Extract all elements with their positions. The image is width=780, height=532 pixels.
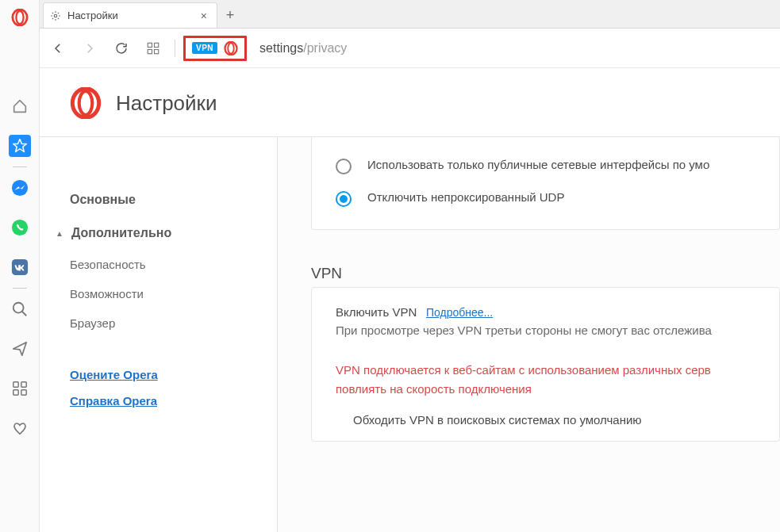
svg-rect-10 [21, 390, 25, 395]
radio-label: Отключить непроксированный UDP [367, 190, 564, 204]
back-button[interactable] [44, 35, 71, 62]
learn-more-link[interactable]: Подробнее... [426, 306, 493, 319]
forward-button[interactable] [76, 35, 103, 62]
radio-row-public[interactable]: Использовать только публичные сетевые ин… [312, 150, 779, 182]
reload-button[interactable] [108, 35, 135, 62]
sidebar-sub-security[interactable]: Безопасность [70, 250, 258, 279]
svg-point-11 [54, 14, 57, 17]
rail-separator [13, 288, 27, 289]
sidebar-sub-browser[interactable]: Браузер [70, 308, 258, 338]
left-rail [0, 0, 40, 532]
radio-label: Использовать только публичные сетевые ин… [367, 158, 709, 171]
search-icon[interactable] [9, 298, 31, 320]
svg-point-17 [228, 43, 234, 54]
vpn-card: Включить VPN Подробнее... При просмотре … [311, 287, 780, 442]
svg-point-0 [12, 10, 26, 25]
opera-logo-icon[interactable] [9, 6, 31, 29]
vpn-warning-line2: повлиять на скорость подключения [336, 380, 755, 399]
chevron-up-icon: ▲ [56, 229, 63, 238]
radio-unchecked-icon[interactable] [336, 159, 352, 174]
heart-icon[interactable] [9, 417, 31, 439]
vpn-description: При просмотре через VPN третьи стороны н… [336, 322, 755, 340]
vk-icon[interactable] [9, 256, 31, 278]
sidebar-link-help[interactable]: Справка Opera [70, 388, 258, 414]
svg-rect-12 [148, 43, 152, 47]
sidebar-item-main[interactable]: Основные [70, 183, 258, 216]
svg-point-19 [79, 91, 93, 115]
sidebar-item-advanced[interactable]: ▲ Дополнительно [56, 216, 258, 250]
svg-rect-9 [13, 390, 17, 395]
vpn-section-title: VPN [311, 254, 780, 287]
address-bar[interactable]: settings/privacy [252, 41, 775, 55]
url-path: /privacy [303, 41, 347, 55]
settings-pane: Использовать только публичные сетевые ин… [278, 136, 780, 532]
tab-title: Настройки [67, 10, 118, 21]
bookmarks-icon[interactable] [9, 135, 31, 157]
whatsapp-icon[interactable] [9, 216, 31, 239]
svg-point-18 [72, 89, 98, 118]
vpn-warning-line1: VPN подключается к веб-сайтам с использо… [336, 361, 755, 380]
tab-settings[interactable]: Настройки × [43, 2, 217, 28]
svg-rect-13 [155, 43, 159, 47]
gear-icon [50, 10, 61, 21]
webrtc-card: Использовать только публичные сетевые ин… [311, 136, 780, 230]
speed-dial-icon[interactable] [140, 35, 167, 62]
url-host: settings [259, 41, 303, 55]
tab-strip: Настройки × + [40, 0, 780, 29]
toolbar: VPN settings/privacy [40, 29, 780, 68]
tab-close-icon[interactable]: × [198, 10, 210, 22]
opera-page-icon [70, 87, 102, 119]
radio-checked-icon[interactable] [336, 191, 352, 207]
sidebar-item-advanced-label: Дополнительно [71, 226, 171, 240]
send-icon[interactable] [9, 338, 31, 360]
settings-sidebar: Основные ▲ Дополнительно Безопасность Во… [40, 136, 278, 532]
bypass-label: Обходить VPN в поисковых системах по умо… [353, 413, 642, 427]
messenger-icon[interactable] [9, 177, 31, 199]
bypass-row[interactable]: Обходить VPN в поисковых системах по умо… [312, 402, 779, 427]
rail-separator [13, 166, 27, 167]
svg-rect-15 [155, 49, 159, 53]
radio-row-udp[interactable]: Отключить непроксированный UDP [312, 182, 779, 215]
vpn-badge[interactable]: VPN [192, 42, 217, 54]
svg-point-5 [13, 303, 23, 313]
svg-rect-8 [21, 382, 25, 387]
svg-rect-14 [148, 49, 152, 53]
sidebar-sub-features[interactable]: Возможности [70, 279, 258, 308]
content-area: Настройки Основные ▲ Дополнительно Безоп… [40, 68, 780, 532]
main-column: Настройки × + VPN settings/privacy [40, 0, 780, 532]
vpn-highlight-box: VPN [183, 36, 247, 61]
new-tab-button[interactable]: + [217, 2, 243, 28]
home-icon[interactable] [9, 95, 31, 117]
svg-point-1 [16, 11, 23, 25]
apps-icon[interactable] [9, 377, 31, 400]
body-split: Основные ▲ Дополнительно Безопасность Во… [40, 136, 780, 532]
page-title: Настройки [116, 91, 217, 116]
svg-line-6 [21, 312, 26, 316]
svg-point-16 [225, 41, 237, 55]
toolbar-separator [175, 40, 175, 57]
page-header: Настройки [40, 68, 780, 136]
svg-rect-7 [13, 382, 17, 387]
enable-vpn-label: Включить VPN [336, 305, 417, 319]
sidebar-link-rate[interactable]: Оцените Opera [70, 362, 258, 388]
opera-badge-icon[interactable] [224, 41, 238, 55]
